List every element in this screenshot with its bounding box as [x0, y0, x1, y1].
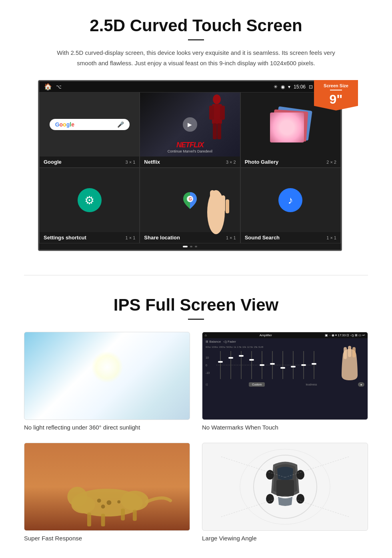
- netflix-app-name: Netflix: [144, 159, 160, 165]
- photo-label: Photo Gallery 2 × 2: [241, 157, 340, 167]
- svg-rect-32: [301, 364, 306, 366]
- car-image: [202, 443, 368, 531]
- freq-200: 200hz: [219, 346, 225, 348]
- settings-app-size: 1 × 1: [126, 235, 136, 240]
- share-app-name: Share location: [144, 235, 180, 241]
- scale-minus10: -10: [206, 371, 210, 374]
- app-cell-google[interactable]: Google 🎤 Google 3 × 1: [39, 92, 140, 168]
- amp-footer: ⟨⟨ Custom loudness ●: [202, 381, 368, 388]
- eq-svg: [212, 349, 316, 381]
- svg-rect-4: [213, 123, 217, 139]
- freq-15k: 15k: [254, 346, 258, 348]
- app-grid-row2: ⚙ Settings shortcut 1 × 1: [39, 168, 341, 243]
- cheetah-image: [24, 443, 190, 531]
- usb-icon: ⌥: [56, 84, 62, 90]
- dot-3: [195, 246, 197, 247]
- amp-header: ⌂ Amplifier ▣ ·· ◉ ▾ 17:33 ⊡ ◁) ⊠ ▭ ↩: [202, 332, 368, 338]
- home-icon[interactable]: 🏠: [44, 83, 52, 90]
- svg-rect-27: [249, 359, 254, 361]
- photo-app-name: Photo Gallery: [245, 159, 279, 165]
- google-label: Google 3 × 1: [40, 157, 139, 167]
- svg-rect-24: [218, 361, 223, 363]
- svg-rect-37: [24, 443, 190, 530]
- status-bar-left: 🏠 ⌥: [44, 83, 62, 90]
- sound-label: Sound Search 1 × 1: [241, 232, 340, 243]
- svg-rect-47: [101, 514, 105, 526]
- wifi-icon: ▾: [288, 84, 290, 90]
- amp-fader-label: ◁) Fader: [223, 340, 236, 343]
- amp-eq-sliders: 10 0 -10: [202, 349, 368, 381]
- google-search-bar[interactable]: Google 🎤: [50, 119, 130, 130]
- freq-100: 100hz: [212, 346, 218, 348]
- dot-1: [183, 246, 188, 247]
- section1-description: With 2.5D curved-display screen, this de…: [56, 48, 336, 68]
- freq-500: 500hz: [226, 346, 233, 348]
- app-cell-netflix[interactable]: ▶ NETFLIX Continue Marvel's Daredevil Ne…: [140, 92, 240, 168]
- netflix-widget-area: ▶ NETFLIX Continue Marvel's Daredevil: [140, 92, 240, 157]
- mic-icon[interactable]: 🎤: [117, 121, 124, 128]
- google-app-size: 3 × 1: [126, 160, 136, 165]
- amp-toggle[interactable]: ●: [358, 382, 364, 387]
- share-location-widget: G: [140, 168, 240, 232]
- svg-point-41: [67, 487, 87, 507]
- viewing-angle-svg: [202, 443, 368, 530]
- svg-rect-30: [280, 367, 285, 369]
- app-cell-sound-search[interactable]: ♪ Sound Search 1 × 1: [240, 168, 341, 243]
- svg-rect-25: [228, 357, 233, 359]
- svg-rect-12: [226, 199, 229, 213]
- svg-rect-34: [344, 347, 347, 359]
- amp-home-icon: ⌂: [205, 333, 207, 337]
- netflix-label: Netflix 3 × 2: [140, 157, 240, 167]
- svg-line-58: [285, 496, 349, 517]
- netflix-play-button[interactable]: ▶: [183, 117, 197, 132]
- feature-amplifier: ⌂ Amplifier ▣ ·· ◉ ▾ 17:33 ⊡ ◁) ⊠ ▭ ↩ ⊞ …: [202, 332, 368, 431]
- svg-line-55: [221, 457, 285, 478]
- amp-custom-btn[interactable]: Custom: [249, 382, 265, 387]
- app-cell-share-location[interactable]: G Share location 1 × 1: [140, 168, 240, 243]
- amplifier-caption: No Watermarks When Touch: [202, 424, 368, 431]
- dot-2: [190, 246, 192, 247]
- sound-app-name: Sound Search: [245, 235, 280, 241]
- settings-icon: ⚙: [78, 188, 102, 212]
- sound-search-widget: ♪: [241, 168, 340, 232]
- amp-hand-icon: [336, 345, 364, 381]
- status-time: 15:06: [294, 84, 306, 90]
- scale-10: 10: [206, 356, 210, 359]
- svg-point-42: [97, 499, 101, 503]
- netflix-overlay: NETFLIX Continue Marvel's Daredevil: [140, 138, 240, 157]
- maps-icon: G: [180, 190, 200, 210]
- app-cell-settings[interactable]: ⚙ Settings shortcut 1 × 1: [39, 168, 140, 243]
- freq-1k: 1k: [234, 346, 236, 348]
- car-caption: Large Viewing Angle: [202, 535, 368, 542]
- svg-rect-11: [221, 195, 225, 212]
- svg-rect-3: [220, 106, 225, 120]
- cheetah-caption: Super Fast Response: [24, 535, 190, 542]
- page-indicator: [39, 243, 341, 250]
- amp-controls: ⊞ Balance ◁) Fader: [202, 338, 368, 345]
- svg-rect-5: [217, 123, 221, 139]
- status-bar: 🏠 ⌥ ✳ ◉ ▾ 15:06 ⊡ ◁) ⊠ ▭: [39, 81, 341, 92]
- camera-icon: ⊡: [309, 84, 313, 90]
- amp-prev-icon: ⟨⟨: [206, 383, 208, 386]
- svg-rect-49: [133, 510, 137, 521]
- google-logo: Google: [55, 121, 74, 128]
- feature-grid: No light reflecting under 360° direct su…: [24, 332, 368, 542]
- photo-stack: [270, 104, 310, 145]
- svg-rect-26: [239, 355, 244, 357]
- settings-app-name: Settings shortcut: [44, 235, 86, 241]
- svg-rect-29: [270, 363, 275, 365]
- photo-card-front: [270, 112, 304, 143]
- svg-rect-33: [312, 363, 316, 365]
- section-divider-line: [24, 275, 368, 275]
- badge-divider: [330, 90, 342, 90]
- svg-point-43: [107, 500, 112, 505]
- app-grid-row1: Google 🎤 Google 3 × 1: [39, 92, 341, 168]
- daredevil-silhouette: [206, 94, 228, 143]
- amp-loudness-label: loudness: [306, 383, 317, 386]
- freq-60: 60hz: [206, 346, 211, 348]
- google-widget-area: Google 🎤: [40, 92, 139, 157]
- device-mockup: Screen Size 9" 🏠 ⌥ ✳ ◉ ▾ 15:06 ⊡ ◁) ⊠: [38, 80, 354, 251]
- freq-sub: SUB: [258, 346, 263, 348]
- svg-line-57: [221, 496, 285, 517]
- svg-rect-10: [216, 192, 220, 212]
